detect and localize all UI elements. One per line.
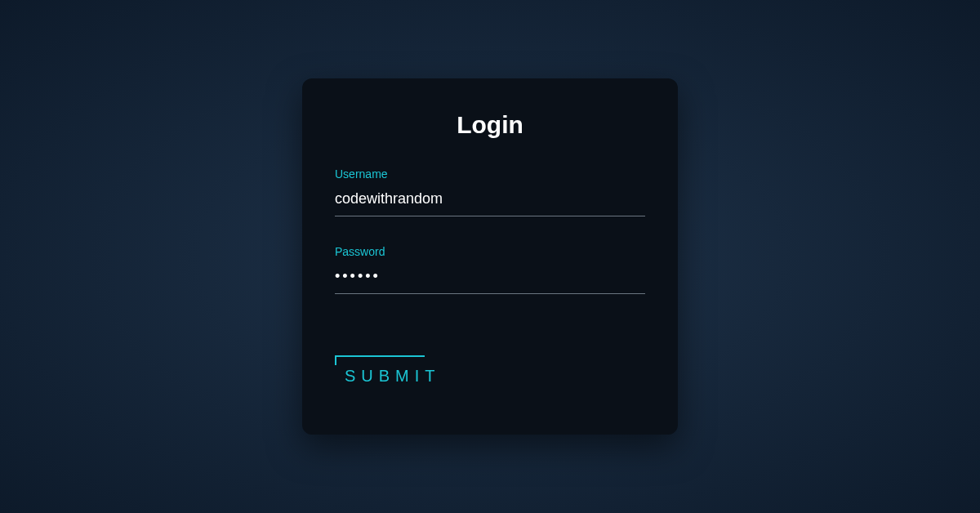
password-group: Password <box>335 245 645 294</box>
username-label: Username <box>335 167 645 181</box>
submit-button[interactable]: SUBMIT <box>335 355 451 394</box>
login-title: Login <box>335 111 645 139</box>
username-group: Username <box>335 167 645 216</box>
username-input[interactable] <box>335 187 645 216</box>
password-input[interactable] <box>335 265 645 294</box>
password-label: Password <box>335 245 645 258</box>
login-panel: Login Username Password SUBMIT <box>302 78 678 435</box>
